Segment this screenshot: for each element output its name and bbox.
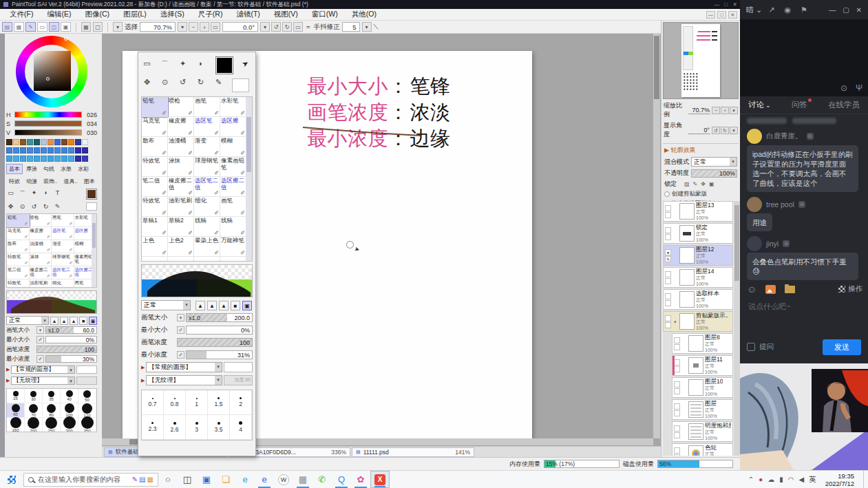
layers-scrollbar[interactable]	[734, 201, 740, 456]
color-swatch[interactable]	[20, 139, 26, 145]
angle-button[interactable]: ↺	[271, 22, 281, 32]
brush-size-item[interactable]: 200	[25, 418, 43, 432]
pressure-icon[interactable]: ✐	[177, 326, 184, 334]
store-icon[interactable]: ▣	[197, 471, 216, 488]
color-swatch[interactable]	[6, 147, 12, 153]
opacity-slider[interactable]: 100%	[691, 169, 737, 178]
s-slider[interactable]	[14, 120, 82, 127]
晕染上色[interactable]: 晕染上色✐	[194, 237, 220, 257]
上色[interactable]: 上色✐	[142, 237, 168, 257]
layer-row[interactable]: ●✎ 选取样本正常100%	[663, 289, 733, 310]
folder-icon[interactable]	[785, 286, 795, 293]
color-swatch[interactable]	[41, 139, 47, 145]
angle-button[interactable]: ▾	[260, 22, 270, 32]
minimize-icon[interactable]: —	[706, 11, 715, 19]
color-swatch[interactable]	[61, 147, 67, 153]
rotate-cw-icon[interactable]: ↻	[41, 203, 50, 210]
brush-tip-button[interactable]: ▣	[242, 301, 252, 310]
menu-item[interactable]: 选择(S)	[154, 10, 191, 19]
lock-pen-icon[interactable]: ✎	[693, 181, 698, 187]
brush-set-tab[interactable]: 装饰..	[41, 176, 60, 187]
笔二值[interactable]: 笔二值✐	[142, 177, 168, 197]
brush-tip-button[interactable]: ▲	[70, 317, 78, 325]
rect-select-icon[interactable]: ▭	[6, 189, 15, 198]
recorder-icon[interactable]: ▦	[293, 471, 313, 488]
edge-icon[interactable]: e	[255, 471, 274, 488]
nav-angle-button[interactable]: ↻	[721, 127, 729, 134]
渐变[interactable]: 渐变✐	[52, 240, 74, 253]
stream-tab[interactable]: 在线学员⌄	[828, 100, 860, 110]
zoom-button[interactable]: ▾	[178, 22, 187, 32]
color-swatch[interactable]	[27, 139, 33, 145]
show-desktop-button[interactable]	[863, 471, 867, 488]
layer-row[interactable]: ●✎ 图层13正常100%	[663, 201, 733, 222]
nav-zoom-button[interactable]: ▾	[730, 107, 738, 114]
brush-size-item[interactable]: 35	[43, 389, 61, 403]
fill-icon[interactable]: ◗	[41, 189, 50, 198]
close-icon[interactable]: ✕	[732, 1, 737, 8]
density-slider[interactable]: 100	[177, 338, 253, 347]
taskview-icon[interactable]: ◫	[178, 471, 197, 488]
brush-set-tab[interactable]: 水墨	[58, 164, 74, 174]
brush-size-item[interactable]: 4	[230, 415, 252, 440]
color-swatch[interactable]	[20, 147, 26, 153]
brush-size-item[interactable]: 3.5	[208, 415, 230, 440]
brush-tip-button[interactable]: ▲	[50, 317, 59, 325]
特效笔[interactable]: 特效笔✐	[7, 279, 30, 288]
选区笔二值[interactable]: 选区笔二值✐	[52, 266, 74, 279]
panel-toggle-button[interactable]: ▭	[37, 22, 47, 32]
color-swatch[interactable]	[82, 147, 88, 153]
brush-size-item[interactable]: 40	[61, 389, 78, 403]
color-swatch[interactable]	[6, 139, 12, 145]
layer-row[interactable]: ●✎ 色轮正常100%	[672, 443, 733, 456]
v-slider[interactable]	[14, 129, 82, 136]
草稿2[interactable]: 草稿2✐	[168, 217, 194, 237]
lasso-icon[interactable]: ⌒	[159, 59, 171, 70]
minimize-icon[interactable]: —	[714, 1, 720, 8]
lock-move-icon[interactable]: ✥	[701, 181, 706, 187]
panel-toggle-button[interactable]: ✎	[25, 22, 36, 32]
pressure-icon[interactable]: ✐	[36, 336, 44, 343]
shape-value-box[interactable]	[76, 365, 97, 374]
特效笔[interactable]: 特效笔✐	[142, 157, 168, 177]
rect-select-icon[interactable]: ▭	[141, 59, 153, 70]
brush-item[interactable]: ✐	[194, 257, 220, 262]
brush-tip-button[interactable]: ▲	[207, 301, 217, 310]
color-swatch[interactable]	[54, 139, 61, 145]
color-swatch[interactable]	[68, 156, 74, 162]
share-icon[interactable]: ↗	[768, 6, 774, 14]
actions-button[interactable]: 操作	[838, 284, 862, 294]
stabilizer-value[interactable]: 5	[342, 22, 360, 32]
散布[interactable]: 散布✐	[142, 137, 168, 157]
sv-square[interactable]	[34, 51, 71, 91]
nav-angle-value[interactable]: 0°	[688, 127, 710, 134]
zoom-button[interactable]: ▭	[211, 22, 220, 32]
explorer-icon[interactable]: ❏	[216, 471, 235, 488]
color-swatch[interactable]	[27, 156, 33, 162]
grid-button[interactable]: ▦	[81, 22, 91, 32]
brush-size-item[interactable]: 3	[186, 415, 208, 440]
模糊[interactable]: 模糊✐	[220, 137, 246, 157]
color-swatch[interactable]	[34, 156, 40, 162]
brush-set-tab[interactable]: 道具..	[61, 176, 80, 187]
散布[interactable]: 散布✐	[7, 240, 30, 253]
color-swatch[interactable]	[41, 156, 47, 162]
magic-wand-icon[interactable]: ✦	[177, 59, 189, 70]
send-button[interactable]: 发送	[823, 339, 861, 355]
特效笔[interactable]: 特效笔✐	[7, 253, 30, 266]
mindensity-slider[interactable]: 31%	[186, 350, 253, 359]
sidebar-grip[interactable]	[0, 34, 5, 457]
panel-toggle-button[interactable]: ◫	[49, 22, 59, 32]
nav-zoom-button[interactable]: ＋	[721, 107, 729, 114]
球形钢笔[interactable]: 球形钢笔✐	[52, 253, 74, 266]
chevron-down-icon[interactable]: ▾	[177, 314, 184, 321]
rotate-ccw-icon[interactable]: ↺	[177, 78, 189, 87]
铅笔[interactable]: 铅笔✐	[7, 214, 30, 227]
brush-item[interactable]: ✐	[142, 257, 168, 262]
笔二值[interactable]: 笔二值✐	[7, 266, 30, 279]
画笔[interactable]: 画笔✐	[220, 197, 246, 217]
画笔[interactable]: 画笔✐	[194, 97, 220, 117]
image-icon[interactable]	[765, 285, 776, 294]
像素画铅笔[interactable]: 像素画铅笔✐	[220, 157, 246, 177]
menu-item[interactable]: 文件(F)	[3, 10, 40, 19]
